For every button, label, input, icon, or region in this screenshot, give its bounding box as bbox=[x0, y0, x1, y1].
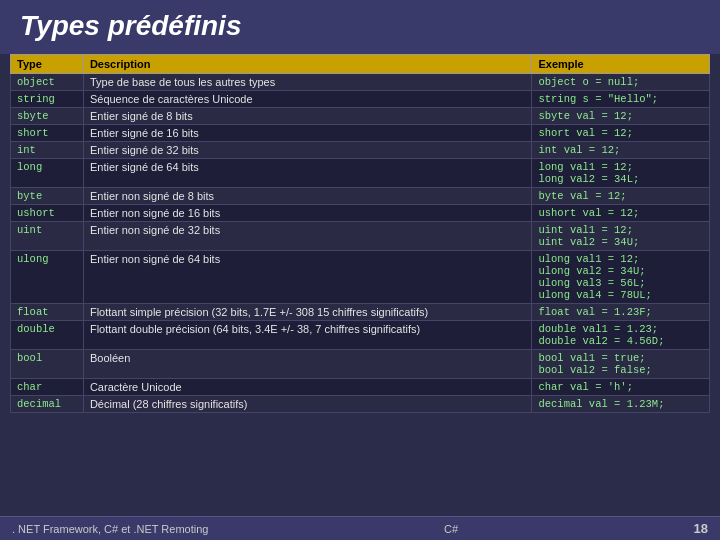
cell-example: decimal val = 1.23M; bbox=[532, 396, 710, 413]
cell-type: string bbox=[11, 91, 84, 108]
table-row: uintEntier non signé de 32 bitsuint val1… bbox=[11, 222, 710, 251]
cell-example: ushort val = 12; bbox=[532, 205, 710, 222]
table-row: byteEntier non signé de 8 bitsbyte val =… bbox=[11, 188, 710, 205]
cell-type: byte bbox=[11, 188, 84, 205]
col-header-type: Type bbox=[11, 55, 84, 74]
col-header-example: Exemple bbox=[532, 55, 710, 74]
table-row: intEntier signé de 32 bitsint val = 12; bbox=[11, 142, 710, 159]
page-title: Types prédéfinis bbox=[20, 10, 700, 42]
cell-description: Type de base de tous les autres types bbox=[83, 74, 532, 91]
table-container: Type Description Exemple objectType de b… bbox=[0, 54, 720, 516]
cell-example: bool val1 = true;bool val2 = false; bbox=[532, 350, 710, 379]
table-row: objectType de base de tous les autres ty… bbox=[11, 74, 710, 91]
table-row: longEntier signé de 64 bitslong val1 = 1… bbox=[11, 159, 710, 188]
cell-type: float bbox=[11, 304, 84, 321]
cell-type: sbyte bbox=[11, 108, 84, 125]
footer-left: . NET Framework, C# et .NET Remoting bbox=[12, 523, 208, 535]
cell-example: sbyte val = 12; bbox=[532, 108, 710, 125]
table-row: decimalDécimal (28 chiffres significatif… bbox=[11, 396, 710, 413]
cell-example: byte val = 12; bbox=[532, 188, 710, 205]
title-bar: Types prédéfinis bbox=[0, 0, 720, 54]
cell-description: Entier non signé de 64 bits bbox=[83, 251, 532, 304]
cell-type: decimal bbox=[11, 396, 84, 413]
table-row: ushortEntier non signé de 16 bitsushort … bbox=[11, 205, 710, 222]
cell-example: string s = "Hello"; bbox=[532, 91, 710, 108]
cell-description: Caractère Unicode bbox=[83, 379, 532, 396]
cell-type: char bbox=[11, 379, 84, 396]
cell-description: Booléen bbox=[83, 350, 532, 379]
table-header-row: Type Description Exemple bbox=[11, 55, 710, 74]
col-header-description: Description bbox=[83, 55, 532, 74]
cell-example: ulong val1 = 12;ulong val2 = 34U;ulong v… bbox=[532, 251, 710, 304]
cell-example: double val1 = 1.23;double val2 = 4.56D; bbox=[532, 321, 710, 350]
cell-example: uint val1 = 12;uint val2 = 34U; bbox=[532, 222, 710, 251]
table-row: doubleFlottant double précision (64 bits… bbox=[11, 321, 710, 350]
cell-type: object bbox=[11, 74, 84, 91]
cell-description: Séquence de caractères Unicode bbox=[83, 91, 532, 108]
cell-type: long bbox=[11, 159, 84, 188]
footer-center: C# bbox=[444, 523, 458, 535]
cell-description: Entier signé de 16 bits bbox=[83, 125, 532, 142]
table-row: sbyteEntier signé de 8 bitssbyte val = 1… bbox=[11, 108, 710, 125]
cell-type: uint bbox=[11, 222, 84, 251]
cell-example: short val = 12; bbox=[532, 125, 710, 142]
cell-type: short bbox=[11, 125, 84, 142]
table-row: floatFlottant simple précision (32 bits,… bbox=[11, 304, 710, 321]
table-row: stringSéquence de caractères Unicodestri… bbox=[11, 91, 710, 108]
cell-description: Entier signé de 32 bits bbox=[83, 142, 532, 159]
cell-description: Flottant simple précision (32 bits, 1.7E… bbox=[83, 304, 532, 321]
table-row: shortEntier signé de 16 bitsshort val = … bbox=[11, 125, 710, 142]
cell-description: Entier non signé de 8 bits bbox=[83, 188, 532, 205]
table-row: charCaractère Unicodechar val = 'h'; bbox=[11, 379, 710, 396]
cell-example: long val1 = 12;long val2 = 34L; bbox=[532, 159, 710, 188]
cell-type: bool bbox=[11, 350, 84, 379]
types-table: Type Description Exemple objectType de b… bbox=[10, 54, 710, 413]
cell-example: object o = null; bbox=[532, 74, 710, 91]
cell-description: Entier signé de 64 bits bbox=[83, 159, 532, 188]
footer-right: 18 bbox=[694, 521, 708, 536]
cell-description: Décimal (28 chiffres significatifs) bbox=[83, 396, 532, 413]
cell-description: Entier non signé de 32 bits bbox=[83, 222, 532, 251]
table-row: boolBooléenbool val1 = true;bool val2 = … bbox=[11, 350, 710, 379]
footer: . NET Framework, C# et .NET Remoting C# … bbox=[0, 516, 720, 540]
cell-description: Entier non signé de 16 bits bbox=[83, 205, 532, 222]
cell-type: int bbox=[11, 142, 84, 159]
cell-description: Flottant double précision (64 bits, 3.4E… bbox=[83, 321, 532, 350]
table-row: ulongEntier non signé de 64 bitsulong va… bbox=[11, 251, 710, 304]
cell-example: char val = 'h'; bbox=[532, 379, 710, 396]
cell-type: ulong bbox=[11, 251, 84, 304]
cell-description: Entier signé de 8 bits bbox=[83, 108, 532, 125]
cell-type: double bbox=[11, 321, 84, 350]
cell-example: int val = 12; bbox=[532, 142, 710, 159]
cell-type: ushort bbox=[11, 205, 84, 222]
page: Types prédéfinis Type Description Exempl… bbox=[0, 0, 720, 540]
cell-example: float val = 1.23F; bbox=[532, 304, 710, 321]
